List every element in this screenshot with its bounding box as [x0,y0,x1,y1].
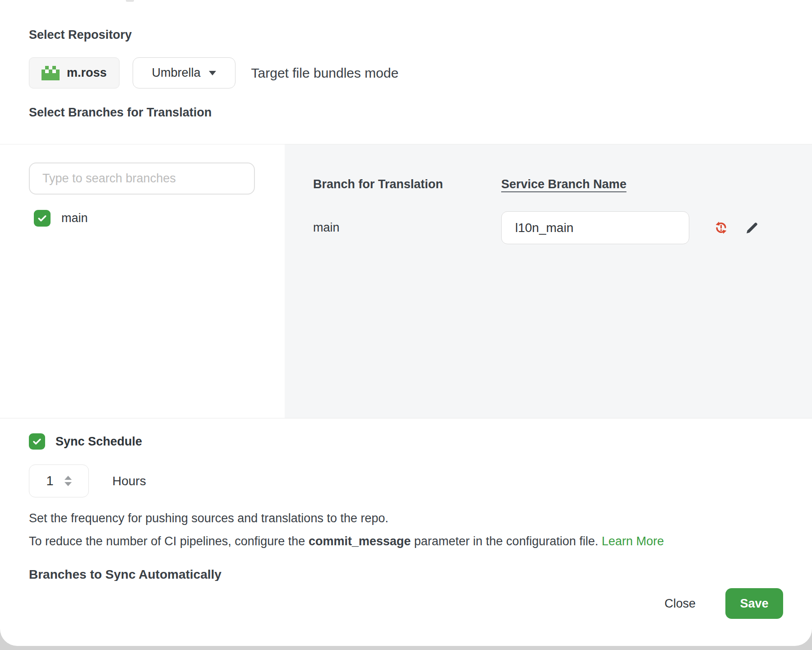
interval-unit-label: Hours [112,474,146,488]
auto-sync-title-clip: Branches to Sync Automatically [29,567,812,581]
edit-pencil-icon[interactable] [745,221,759,235]
modal-footer: Close Save [664,588,783,619]
repository-chip[interactable]: m.ross [29,57,120,88]
ci-note: To reduce the number of CI pipelines, co… [29,534,812,548]
sync-schedule-section: Sync Schedule 1 Hours Set the frequency … [0,418,812,646]
branch-selection-section: main Branch for Translation Service Bran… [0,144,812,418]
col-branch-for-translation: Branch for Translation [313,177,501,191]
sync-schedule-label: Sync Schedule [55,435,142,449]
save-button[interactable]: Save [725,588,783,619]
service-branch-table-header: Branch for Translation Service Branch Na… [313,177,812,191]
service-branch-row: main [313,211,812,244]
clipped-element-artifact [126,0,134,2]
sync-interval-stepper[interactable]: 1 [29,464,89,497]
repo-identicon-icon [42,66,60,80]
up-down-arrows-icon[interactable] [65,476,72,486]
repository-section: Select Repository m.ross Umbrella Target… [0,0,812,144]
interval-row: 1 Hours [29,464,812,497]
row-branch-label: main [313,221,501,235]
sync-description: Set the frequency for pushing sources an… [29,511,812,525]
select-branches-title: Select Branches for Translation [29,106,812,120]
branch-list-panel: main [0,144,285,418]
branch-dropdown-value: Umbrella [152,66,201,80]
sync-schedule-checkbox-checked[interactable] [29,433,45,450]
select-repository-title: Select Repository [29,28,812,42]
checkmark-icon [32,436,42,447]
col-service-branch-name[interactable]: Service Branch Name [501,177,627,191]
row-icons [714,220,759,235]
chevron-down-icon [209,71,216,75]
branch-search-input[interactable] [29,162,255,195]
branches-to-sync-title: Branches to Sync Automatically [29,567,812,581]
repository-row: m.ross Umbrella Target file bundles mode [29,57,812,88]
interval-value: 1 [46,474,53,488]
service-branch-panel: Branch for Translation Service Branch Na… [285,144,812,418]
branch-checkbox-checked[interactable] [34,210,51,227]
learn-more-link[interactable]: Learn More [602,534,664,548]
branch-checkbox-row[interactable]: main [34,210,285,227]
repository-name: m.ross [67,66,107,80]
checkmark-icon [37,213,48,224]
branch-dropdown[interactable]: Umbrella [133,57,235,88]
service-branch-name-input[interactable] [501,211,689,244]
mode-text: Target file bundles mode [251,65,399,81]
branch-checkbox-label: main [61,211,88,225]
sync-schedule-row[interactable]: Sync Schedule [29,433,812,450]
ci-note-prefix: To reduce the number of CI pipelines, co… [29,534,309,548]
sync-alert-icon[interactable] [714,220,729,235]
close-button[interactable]: Close [664,597,696,611]
ci-note-suffix: parameter in the configuration file. [411,534,602,548]
integration-settings-modal: Select Repository m.ross Umbrella Target… [0,0,812,646]
ci-note-parameter: commit_message [309,534,411,548]
